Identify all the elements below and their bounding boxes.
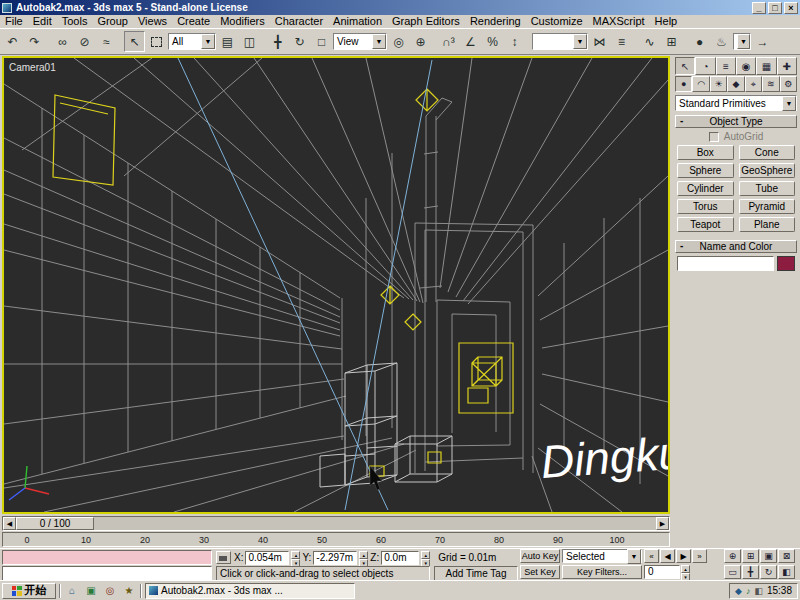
pan-icon[interactable]: ╋ (742, 565, 759, 579)
viewport-label[interactable]: Camera01 (9, 62, 56, 73)
quick-launch-browser-icon[interactable]: ◎ (102, 583, 118, 599)
tab-motion[interactable]: ◉ (736, 57, 756, 75)
x-coordinate-field[interactable]: 0.054m (245, 551, 289, 565)
teapot-button[interactable]: Teapot (677, 217, 734, 232)
geosphere-button[interactable]: GeoSphere (739, 163, 796, 178)
named-selection-sets-dropdown[interactable]: ▼ (532, 33, 588, 50)
use-pivot-center-icon[interactable]: ◎ (388, 31, 409, 52)
torus-button[interactable]: Torus (677, 199, 734, 214)
primitive-category-dropdown[interactable]: Standard Primitives ▼ (675, 95, 797, 111)
spin-up-icon[interactable]: ▴ (681, 565, 690, 573)
maximize-button[interactable]: □ (768, 2, 782, 14)
menu-character[interactable]: Character (270, 15, 328, 28)
key-mode-dropdown[interactable]: Selected ▼ (562, 549, 642, 563)
tube-button[interactable]: Tube (739, 181, 796, 196)
track-bar[interactable]: 0 10 20 30 40 50 60 70 80 90 100 (2, 532, 670, 547)
time-slider-button[interactable]: 0 / 100 (16, 517, 94, 530)
schematic-view-icon[interactable]: ⊞ (661, 31, 682, 52)
tray-icon-3[interactable]: ◧ (754, 586, 763, 596)
box-button[interactable]: Box (677, 145, 734, 160)
category-systems-icon[interactable]: ⚙ (780, 76, 797, 92)
menu-graph-editors[interactable]: Graph Editors (387, 15, 465, 28)
rectangular-selection-region-icon[interactable] (146, 31, 167, 52)
unlink-selection-icon[interactable]: ⊘ (74, 31, 95, 52)
quick-launch-media-icon[interactable]: ★ (121, 583, 137, 599)
bind-to-space-warp-icon[interactable]: ≈ (96, 31, 117, 52)
menu-views[interactable]: Views (133, 15, 172, 28)
select-and-scale-icon[interactable]: □ (311, 31, 332, 52)
quick-launch-desktop-icon[interactable]: ⌂ (64, 583, 80, 599)
category-lights-icon[interactable]: ☀ (710, 76, 727, 92)
close-button[interactable]: × (784, 2, 798, 14)
cone-button[interactable]: Cone (739, 145, 796, 160)
category-space-warps-icon[interactable]: ≋ (762, 76, 779, 92)
quick-render-icon[interactable]: → (752, 31, 773, 52)
y-coordinate-field[interactable]: -2.297m (313, 551, 357, 565)
maxscript-mini-listener-pink[interactable] (2, 550, 212, 565)
select-by-name-icon[interactable]: ▤ (217, 31, 238, 52)
go-to-end-icon[interactable]: » (692, 549, 707, 563)
min-max-toggle-icon[interactable]: ◧ (778, 565, 795, 579)
selection-lock-icon[interactable] (216, 551, 231, 564)
align-icon[interactable]: ≡ (611, 31, 632, 52)
select-and-move-icon[interactable]: ╋ (267, 31, 288, 52)
menu-file[interactable]: File (0, 15, 28, 28)
select-object-icon[interactable]: ↖ (124, 31, 145, 52)
spin-up-icon[interactable]: ▴ (421, 551, 430, 559)
category-shapes-icon[interactable]: ◠ (692, 76, 709, 92)
zoom-all-icon[interactable]: ⊞ (742, 549, 759, 563)
tray-icon-2[interactable]: ♪ (746, 586, 751, 596)
redo-icon[interactable]: ↷ (24, 31, 45, 52)
tab-display[interactable]: ▦ (756, 57, 776, 75)
menu-animation[interactable]: Animation (328, 15, 387, 28)
field-of-view-icon[interactable]: ▭ (724, 565, 741, 579)
previous-frame-icon[interactable]: ◀ (660, 549, 675, 563)
tab-utilities[interactable]: ✚ (777, 57, 797, 75)
tab-create[interactable]: ↖ (675, 57, 695, 75)
category-helpers-icon[interactable]: ⌖ (745, 76, 762, 92)
menu-modifiers[interactable]: Modifiers (215, 15, 270, 28)
current-frame-field[interactable]: 0 (644, 565, 680, 579)
tab-modify[interactable]: ◔ (695, 57, 715, 75)
start-button[interactable]: 开始 (2, 583, 56, 599)
cylinder-button[interactable]: Cylinder (677, 181, 734, 196)
mirror-icon[interactable]: ⋈ (589, 31, 610, 52)
category-cameras-icon[interactable]: ◆ (727, 76, 744, 92)
menu-help[interactable]: Help (650, 15, 683, 28)
render-type-dropdown[interactable]: ▼ (733, 33, 751, 50)
maxscript-mini-listener-white[interactable] (2, 566, 212, 581)
spin-up-icon[interactable]: ▴ (359, 551, 368, 559)
snap-toggle-3d-icon[interactable]: ∩³ (438, 31, 459, 52)
curve-editor-icon[interactable]: ∿ (639, 31, 660, 52)
object-name-input[interactable] (677, 256, 774, 271)
pyramid-button[interactable]: Pyramid (739, 199, 796, 214)
menu-group[interactable]: Group (92, 15, 133, 28)
material-editor-icon[interactable]: ● (689, 31, 710, 52)
select-and-rotate-icon[interactable]: ↻ (289, 31, 310, 52)
add-time-tag[interactable]: Add Time Tag (434, 566, 518, 581)
menu-tools[interactable]: Tools (57, 15, 93, 28)
z-spinner[interactable]: ▴▾ (421, 551, 430, 565)
zoom-extents-all-icon[interactable]: ⊠ (778, 549, 795, 563)
spin-up-icon[interactable]: ▴ (291, 551, 300, 559)
zoom-icon[interactable]: ⊕ (724, 549, 741, 563)
spinner-snap-icon[interactable]: ↕ (504, 31, 525, 52)
auto-key-button[interactable]: Auto Key (520, 549, 560, 563)
selected-objects-yellow[interactable] (53, 89, 513, 476)
menu-edit[interactable]: Edit (28, 15, 57, 28)
z-coordinate-field[interactable]: 0.0m (381, 551, 419, 565)
rollout-name-and-color[interactable]: - Name and Color (675, 240, 797, 253)
window-crossing-icon[interactable]: ◫ (239, 31, 260, 52)
set-key-button[interactable]: Set Key (520, 565, 560, 579)
angle-snap-icon[interactable]: ∠ (460, 31, 481, 52)
go-to-start-icon[interactable]: « (644, 549, 659, 563)
y-spinner[interactable]: ▴▾ (359, 551, 368, 565)
sphere-button[interactable]: Sphere (677, 163, 734, 178)
plane-button[interactable]: Plane (739, 217, 796, 232)
viewport-camera01[interactable]: Camera01 Dingkun (2, 56, 670, 514)
reference-coordinate-system-dropdown[interactable]: View ▼ (333, 33, 387, 50)
undo-icon[interactable]: ↶ (2, 31, 23, 52)
time-slider-track[interactable] (94, 517, 656, 530)
rollout-object-type[interactable]: - Object Type (675, 115, 797, 128)
arc-rotate-icon[interactable]: ↻ (760, 565, 777, 579)
